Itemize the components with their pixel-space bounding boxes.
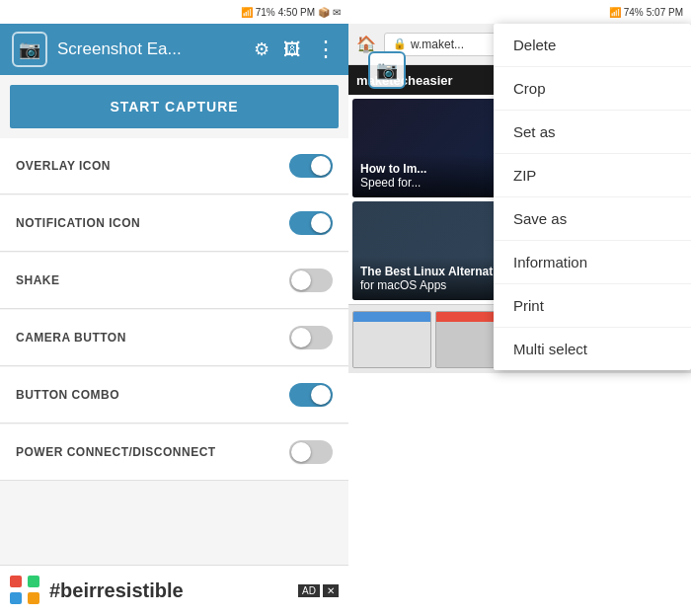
- ad-x-button[interactable]: ✕: [323, 584, 339, 597]
- context-menu-item-3[interactable]: ZIP: [494, 154, 691, 197]
- app-logo: 📷: [12, 32, 47, 67]
- time-left: 4:50 PM: [278, 7, 315, 18]
- ad-dot-2: [10, 592, 22, 604]
- toggle-thumb-2: [291, 270, 311, 290]
- context-menu-item-2[interactable]: Set as: [494, 111, 691, 154]
- toggle-thumb-1: [311, 213, 331, 233]
- settings-item-3: CAMERA BUTTON: [0, 310, 348, 366]
- context-menu-item-5[interactable]: Information: [494, 241, 691, 284]
- ad-dot-1: [28, 576, 39, 587]
- dropbox-icon: 📦: [318, 7, 330, 18]
- ad-dot-0: [10, 576, 22, 587]
- toggle-thumb-4: [311, 385, 331, 405]
- status-bar-left: 📶 71% 4:50 PM 📦 ✉: [0, 0, 348, 24]
- more-icon[interactable]: ⋮: [315, 37, 337, 62]
- toggle-1[interactable]: [289, 211, 333, 235]
- thumb-content-1: [353, 322, 430, 367]
- settings-item-2: SHAKE: [0, 253, 348, 309]
- camera-overlay-icon[interactable]: 📷: [368, 51, 406, 89]
- camera-icon: 📷: [376, 59, 398, 81]
- ad-dots: [10, 576, 41, 607]
- context-menu-item-7[interactable]: Multi select: [494, 328, 691, 370]
- settings-label-0: OVERLAY ICON: [16, 159, 111, 173]
- settings-label-1: NOTIFICATION ICON: [16, 216, 140, 230]
- toggle-0[interactable]: [289, 154, 333, 178]
- app-bar: 📷 Screenshot Ea... ⚙ 🖼 ⋮: [0, 24, 348, 75]
- time-right: 5:07 PM: [647, 7, 683, 18]
- ad-text: #beirresistible: [49, 579, 290, 602]
- url-text: w.maket...: [411, 38, 464, 51]
- toggle-thumb-0: [311, 156, 331, 176]
- signal-icon-right: 📶: [609, 7, 621, 18]
- context-menu-item-6[interactable]: Print: [494, 284, 691, 328]
- context-menu-item-0[interactable]: Delete: [494, 24, 691, 67]
- context-menu-item-1[interactable]: Crop: [494, 67, 691, 111]
- right-panel: 📶 74% 5:07 PM 🏠 🔒 w.maket... 📷 maketeche…: [348, 0, 691, 616]
- context-menu: DeleteCropSet asZIPSave asInformationPri…: [494, 24, 691, 370]
- ad-dot-3: [28, 592, 39, 604]
- status-icons-left: 📶 71% 4:50 PM 📦 ✉: [241, 7, 341, 18]
- left-panel: 📶 71% 4:50 PM 📦 ✉ 📷 Screenshot Ea... ⚙ 🖼…: [0, 0, 348, 616]
- thumb-1[interactable]: [352, 311, 431, 368]
- settings-item-0: OVERLAY ICON: [0, 138, 348, 194]
- status-icons-right: 📶 74% 5:07 PM: [609, 7, 683, 18]
- toggle-thumb-3: [291, 328, 311, 347]
- lock-icon: 🔒: [393, 38, 407, 50]
- battery-left: 71%: [256, 7, 275, 18]
- app-title: Screenshot Ea...: [57, 39, 244, 59]
- ad-close[interactable]: AD: [298, 584, 320, 597]
- gallery-icon[interactable]: 🖼: [283, 39, 301, 60]
- app-bar-actions: ⚙ 🖼 ⋮: [254, 37, 337, 62]
- status-bar-right: 📶 74% 5:07 PM: [348, 0, 691, 24]
- settings-list: OVERLAY ICONNOTIFICATION ICONSHAKECAMERA…: [0, 138, 348, 565]
- settings-item-1: NOTIFICATION ICON: [0, 195, 348, 252]
- settings-label-4: BUTTON COMBO: [16, 388, 119, 402]
- start-capture-button[interactable]: START CAPTURE: [10, 85, 339, 128]
- camera-logo-icon: 📷: [19, 38, 40, 60]
- toggle-thumb-5: [291, 442, 311, 462]
- toggle-5[interactable]: [289, 440, 333, 464]
- settings-label-3: CAMERA BUTTON: [16, 331, 126, 345]
- msg-icon: ✉: [333, 7, 341, 18]
- ad-badge: AD ✕: [298, 584, 339, 597]
- settings-label-2: SHAKE: [16, 273, 60, 287]
- signal-icon: 📶: [241, 7, 253, 18]
- toggle-2[interactable]: [289, 269, 333, 292]
- settings-item-5: POWER CONNECT/DISCONNECT: [0, 424, 348, 481]
- settings-icon[interactable]: ⚙: [254, 38, 269, 60]
- context-menu-item-4[interactable]: Save as: [494, 197, 691, 241]
- toggle-4[interactable]: [289, 383, 333, 407]
- toggle-3[interactable]: [289, 326, 333, 349]
- thumb-top-1: [353, 312, 430, 322]
- settings-label-5: POWER CONNECT/DISCONNECT: [16, 445, 216, 459]
- ad-banner: #beirresistible AD ✕: [0, 565, 348, 616]
- battery-right: 74%: [624, 7, 644, 18]
- settings-item-4: BUTTON COMBO: [0, 367, 348, 424]
